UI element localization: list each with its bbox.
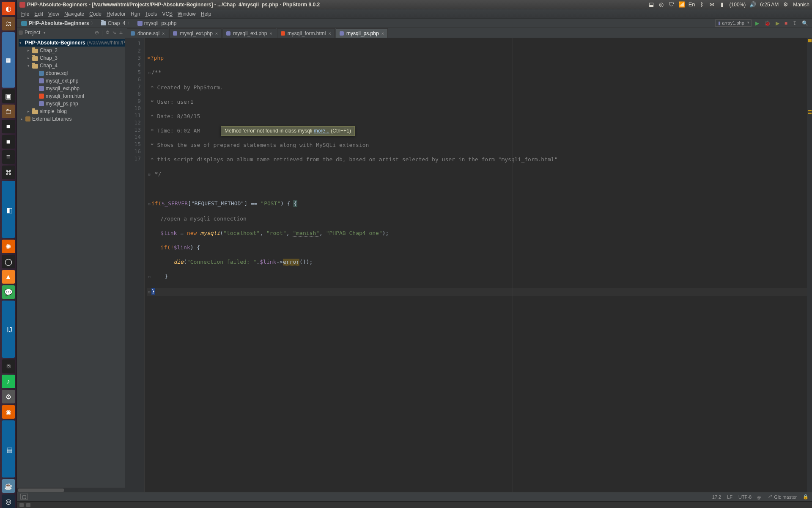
project-tree[interactable]: ▾ PHP-Absolute-Beginners (/var/www/html/… <box>17 37 125 488</box>
editor-tab[interactable]: dbone.sql × <box>127 28 168 38</box>
show-desktop-icon[interactable] <box>19 503 24 507</box>
tool-window-toggle-icon[interactable]: ▢ <box>20 494 28 500</box>
launcher-app-icon[interactable]: ≡ <box>2 150 15 164</box>
launcher-firefox-icon[interactable]: ✺ <box>2 240 15 253</box>
line-separator[interactable]: LF <box>727 494 732 500</box>
dropbox-icon[interactable]: ⬓ <box>648 2 654 8</box>
menu-run[interactable]: Run <box>128 9 143 18</box>
launcher-app-icon[interactable]: ◯ <box>2 255 15 268</box>
analysis-status-icon[interactable] <box>808 39 812 42</box>
warning-marker[interactable] <box>808 110 812 111</box>
editor-tab-active[interactable]: mysqli_ps.php × <box>336 28 388 38</box>
editor-tab[interactable]: mysql_ext.php × <box>169 28 222 38</box>
launcher-app-icon[interactable]: ☕ <box>2 479 15 493</box>
shield-icon[interactable]: 🛡 <box>669 2 675 8</box>
menu-view[interactable]: View <box>46 9 62 18</box>
debug-button-icon[interactable]: 🐞 <box>763 20 772 26</box>
expand-arrow-icon[interactable]: ▾ <box>26 64 30 68</box>
context-icon[interactable]: ௐ <box>757 494 761 500</box>
close-tab-icon[interactable]: × <box>215 31 218 36</box>
horizontal-scrollbar[interactable] <box>17 488 125 492</box>
settings-icon[interactable]: ✲ <box>105 30 110 36</box>
tree-file[interactable]: mysql_ext.php <box>19 77 125 85</box>
menu-vcs[interactable]: VCS <box>159 9 175 18</box>
launcher-spotify-icon[interactable]: ♪ <box>2 375 15 388</box>
chrome-icon[interactable]: ◎ <box>658 2 664 8</box>
launcher-app-icon[interactable]: ◧ <box>2 181 15 238</box>
expand-arrow-icon[interactable]: ▸ <box>26 109 30 113</box>
launcher-app-icon[interactable]: 🗀 <box>2 105 15 118</box>
expand-arrow-icon[interactable]: ▸ <box>19 117 24 121</box>
launcher-vlc-icon[interactable]: ▲ <box>2 270 15 284</box>
tree-folder[interactable]: ▾ Chap_4 <box>19 62 125 69</box>
menu-help[interactable]: Help <box>198 9 214 18</box>
launcher-app-icon[interactable]: ⌘ <box>2 166 15 179</box>
read-only-lock-icon[interactable]: 🔒 <box>803 494 809 500</box>
git-branch[interactable]: ⎇ Git: master <box>767 494 797 500</box>
launcher-app-icon[interactable]: ▤ <box>2 420 15 478</box>
code-editor[interactable]: 1234 5678 9101112 13141516 17 <?php ⊟/**… <box>125 38 812 492</box>
launcher-app-icon[interactable]: ▣ <box>2 89 15 103</box>
clock[interactable]: 6:25 AM <box>760 2 779 8</box>
launcher-settings-icon[interactable]: ⚙ <box>2 390 15 403</box>
launcher-chat-icon[interactable]: 💬 <box>2 285 15 299</box>
expand-arrow-icon[interactable]: ▸ <box>26 48 30 52</box>
tree-folder[interactable]: ▸ Chap_3 <box>19 54 125 62</box>
error-stripe[interactable] <box>807 38 812 492</box>
workspace-switcher-icon[interactable] <box>26 503 30 507</box>
editor-tab[interactable]: mysqli_form.html × <box>277 28 335 38</box>
breadcrumb-file[interactable]: mysqli_ps.php <box>136 20 178 26</box>
breadcrumb-root[interactable]: PHP-Absolute-Beginners 〉 <box>19 20 97 26</box>
battery-icon[interactable]: ▮ <box>719 2 725 8</box>
launcher-app-icon[interactable]: ■ <box>2 135 15 149</box>
file-encoding[interactable]: UTF-8 <box>738 494 752 500</box>
collapse-all-icon[interactable]: ⊖ <box>95 30 99 36</box>
scroll-to-source-icon[interactable]: ↘ <box>112 30 116 36</box>
inspection-more-link[interactable]: more... <box>314 128 329 134</box>
tree-file[interactable]: dbone.sql <box>19 69 125 77</box>
menu-refactor[interactable]: Refactor <box>104 9 128 18</box>
launcher-app-icon[interactable]: ▦ <box>2 32 15 88</box>
launcher-app-icon[interactable]: IJ <box>2 301 15 358</box>
keyboard-indicator[interactable]: En <box>689 2 695 8</box>
menu-navigate[interactable]: Navigate <box>62 9 87 18</box>
session-icon[interactable]: ⚙ <box>783 2 789 8</box>
caret-position[interactable]: 17:2 <box>712 494 721 500</box>
close-tab-icon[interactable]: × <box>269 31 272 36</box>
bluetooth-icon[interactable]: ᛒ <box>699 2 705 8</box>
warning-marker[interactable] <box>808 113 812 114</box>
launcher-ubuntu-icon[interactable]: ◐ <box>2 2 15 15</box>
run-button-icon[interactable]: ▶ <box>754 20 760 26</box>
tree-file[interactable]: mysqli_ps.php <box>19 100 125 108</box>
launcher-steam-icon[interactable]: ◎ <box>2 494 15 508</box>
tree-folder[interactable]: ▸ Chap_2 <box>19 47 125 54</box>
project-view-dropdown[interactable]: Project <box>19 30 46 36</box>
menu-window[interactable]: Window <box>175 9 198 18</box>
run-config-dropdown[interactable]: ▮ array1.php <box>715 19 752 27</box>
breadcrumb-folder[interactable]: Chap_4 〉 <box>99 20 133 26</box>
close-tab-icon[interactable]: × <box>381 31 384 36</box>
launcher-app-icon[interactable]: ■ <box>2 120 15 133</box>
stop-button-icon[interactable]: ■ <box>783 20 789 26</box>
volume-icon[interactable]: 🔊 <box>750 2 756 8</box>
tree-external-libs[interactable]: ▸ External Libraries <box>19 115 125 123</box>
menu-tools[interactable]: Tools <box>143 9 159 18</box>
tree-file[interactable]: mysqli_ext.php <box>19 85 125 92</box>
menu-code[interactable]: Code <box>87 9 104 18</box>
tree-root[interactable]: ▾ PHP-Absolute-Beginners (/var/www/html/… <box>19 39 125 47</box>
launcher-files-icon[interactable]: 🗂 <box>2 17 15 30</box>
mail-icon[interactable]: ✉ <box>709 2 715 8</box>
wifi-icon[interactable]: 📶 <box>679 2 685 8</box>
update-button-icon[interactable]: ↧ <box>791 20 798 26</box>
tree-folder[interactable]: ▸ simple_blog <box>19 108 125 115</box>
menu-edit[interactable]: Edit <box>32 9 46 18</box>
editor-tab[interactable]: mysqli_ext.php × <box>222 28 276 38</box>
launcher-app-icon[interactable]: ⧈ <box>2 359 15 373</box>
search-everywhere-icon[interactable]: 🔍 <box>801 20 809 26</box>
close-tab-icon[interactable]: × <box>328 31 331 36</box>
code-content[interactable]: <?php ⊟/** * Created by PhpStorm. * User… <box>145 38 807 492</box>
close-tab-icon[interactable]: × <box>162 31 165 36</box>
launcher-app-icon[interactable]: ◉ <box>2 405 15 419</box>
menu-file[interactable]: File <box>19 9 32 18</box>
tree-file[interactable]: mysqli_form.html <box>19 92 125 100</box>
